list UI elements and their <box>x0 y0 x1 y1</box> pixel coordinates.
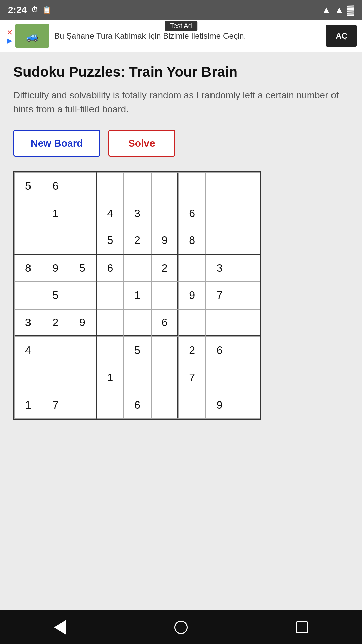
back-button[interactable] <box>54 620 66 635</box>
sudoku-cell[interactable]: 1 <box>42 200 69 227</box>
sudoku-cell[interactable]: 5 <box>97 227 124 255</box>
recents-button[interactable] <box>296 621 308 633</box>
sudoku-cell[interactable] <box>14 364 42 391</box>
sudoku-cell[interactable] <box>69 336 97 364</box>
sudoku-cell[interactable]: 2 <box>124 227 151 255</box>
sudoku-cell[interactable] <box>124 364 151 391</box>
wifi-icon: ▲ <box>322 5 331 15</box>
sudoku-cell[interactable]: 1 <box>97 364 124 391</box>
sudoku-cell[interactable] <box>233 336 260 364</box>
sudoku-cell[interactable] <box>124 172 151 200</box>
sudoku-cell[interactable]: 9 <box>178 282 206 309</box>
buttons-row: New Board Solve <box>13 130 349 157</box>
sudoku-cell[interactable]: 6 <box>42 172 69 200</box>
sudoku-cell[interactable] <box>233 391 260 419</box>
sudoku-cell[interactable] <box>178 309 206 337</box>
sudoku-cell[interactable] <box>69 200 97 227</box>
sudoku-cell[interactable] <box>151 282 179 309</box>
sudoku-cell[interactable] <box>178 391 206 419</box>
notification-icon-2: 📋 <box>42 6 51 14</box>
sudoku-cell[interactable] <box>14 282 42 309</box>
sudoku-cell[interactable] <box>69 282 97 309</box>
sudoku-cell[interactable] <box>233 255 260 282</box>
sudoku-cell[interactable] <box>233 364 260 391</box>
sudoku-cell[interactable]: 2 <box>178 336 206 364</box>
sudoku-cell[interactable] <box>151 391 179 419</box>
sudoku-cell[interactable]: 4 <box>97 200 124 227</box>
sudoku-cell[interactable]: 9 <box>151 227 179 255</box>
sudoku-cell[interactable] <box>233 172 260 200</box>
sudoku-cell[interactable]: 3 <box>206 255 233 282</box>
sudoku-cell[interactable] <box>206 364 233 391</box>
sudoku-cell[interactable]: 5 <box>14 172 42 200</box>
sudoku-cell[interactable] <box>151 200 179 227</box>
sudoku-cell[interactable] <box>206 172 233 200</box>
status-left: 2:24 ⏱ 📋 <box>8 5 51 15</box>
sudoku-cell[interactable]: 5 <box>42 282 69 309</box>
sudoku-cell[interactable] <box>97 309 124 337</box>
ad-open-button[interactable]: AÇ <box>326 25 357 47</box>
signal-icon: ▲ <box>335 5 344 15</box>
sudoku-cell[interactable] <box>206 200 233 227</box>
ad-image: 🚙 <box>15 24 49 48</box>
sudoku-cell[interactable] <box>69 391 97 419</box>
sudoku-cell[interactable] <box>69 364 97 391</box>
sudoku-cell[interactable] <box>97 172 124 200</box>
sudoku-cell[interactable]: 9 <box>42 255 69 282</box>
sudoku-cell[interactable]: 4 <box>14 336 42 364</box>
sudoku-cell[interactable] <box>14 200 42 227</box>
sudoku-cell[interactable] <box>178 172 206 200</box>
sudoku-cell[interactable]: 3 <box>14 309 42 337</box>
sudoku-cell[interactable] <box>69 227 97 255</box>
sudoku-cell[interactable]: 3 <box>124 200 151 227</box>
sudoku-cell[interactable]: 7 <box>178 364 206 391</box>
sudoku-cell[interactable] <box>42 364 69 391</box>
sudoku-cell[interactable] <box>206 227 233 255</box>
new-board-button[interactable]: New Board <box>13 130 100 157</box>
sudoku-cell[interactable] <box>97 391 124 419</box>
sudoku-cell[interactable]: 6 <box>178 200 206 227</box>
sudoku-cell[interactable] <box>233 200 260 227</box>
sudoku-cell[interactable]: 6 <box>206 336 233 364</box>
sudoku-cell[interactable]: 9 <box>206 391 233 419</box>
sudoku-cell[interactable] <box>14 227 42 255</box>
main-content: Sudoku Puzzles: Train Your Brain Difficu… <box>0 52 362 610</box>
sudoku-cell[interactable] <box>233 309 260 337</box>
sudoku-cell[interactable] <box>97 282 124 309</box>
home-button[interactable] <box>174 621 188 634</box>
sudoku-cell[interactable] <box>124 255 151 282</box>
battery-icon: ▓ <box>347 5 354 15</box>
time-display: 2:24 <box>8 5 27 15</box>
sudoku-cell[interactable]: 1 <box>124 282 151 309</box>
sudoku-cell[interactable] <box>233 282 260 309</box>
sudoku-cell[interactable]: 6 <box>151 309 179 337</box>
sudoku-cell[interactable]: 5 <box>69 255 97 282</box>
sudoku-cell[interactable]: 6 <box>97 255 124 282</box>
sudoku-cell[interactable] <box>69 172 97 200</box>
page-description: Difficulty and solvability is totally ra… <box>13 88 349 116</box>
recents-icon <box>296 621 308 633</box>
sudoku-cell[interactable]: 6 <box>124 391 151 419</box>
sudoku-cell[interactable]: 5 <box>124 336 151 364</box>
sudoku-cell[interactable] <box>124 309 151 337</box>
sudoku-cell[interactable]: 7 <box>42 391 69 419</box>
sudoku-cell[interactable] <box>42 336 69 364</box>
sudoku-cell[interactable]: 2 <box>151 255 179 282</box>
sudoku-cell[interactable] <box>206 309 233 337</box>
sudoku-cell[interactable] <box>178 255 206 282</box>
sudoku-cell[interactable] <box>97 336 124 364</box>
sudoku-cell[interactable] <box>151 336 179 364</box>
sudoku-cell[interactable]: 9 <box>69 309 97 337</box>
sudoku-cell[interactable] <box>233 227 260 255</box>
sudoku-cell[interactable]: 1 <box>14 391 42 419</box>
status-right: ▲ ▲ ▓ <box>322 5 354 15</box>
sudoku-cell[interactable]: 8 <box>14 255 42 282</box>
sudoku-cell[interactable]: 2 <box>42 309 69 337</box>
sudoku-cell[interactable] <box>42 227 69 255</box>
ad-play-icon: ▶ <box>7 36 12 45</box>
sudoku-cell[interactable]: 7 <box>206 282 233 309</box>
sudoku-cell[interactable]: 8 <box>178 227 206 255</box>
solve-button[interactable]: Solve <box>108 130 175 157</box>
sudoku-cell[interactable] <box>151 172 179 200</box>
sudoku-cell[interactable] <box>151 364 179 391</box>
